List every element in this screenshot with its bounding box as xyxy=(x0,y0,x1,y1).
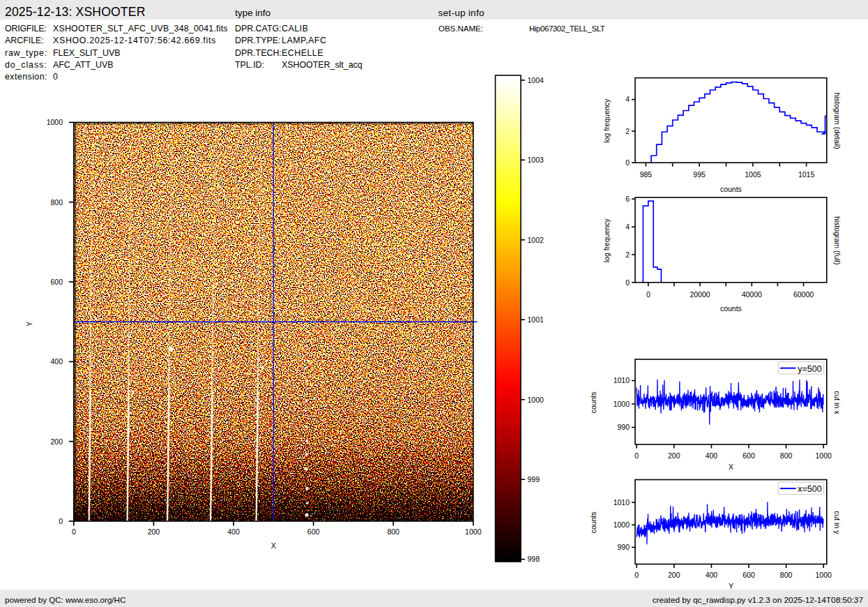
svg-text:1004: 1004 xyxy=(528,76,545,84)
svg-text:998: 998 xyxy=(528,555,540,563)
svg-text:cut in x: cut in x xyxy=(833,391,842,414)
svg-text:counts: counts xyxy=(720,185,742,193)
svg-text:Y: Y xyxy=(25,322,33,327)
svg-text:1003: 1003 xyxy=(528,156,545,164)
svg-text:800: 800 xyxy=(780,571,793,579)
svg-text:1010: 1010 xyxy=(614,498,630,507)
svg-text:1000: 1000 xyxy=(816,571,832,579)
svg-text:1000: 1000 xyxy=(614,400,630,408)
svg-text:60000: 60000 xyxy=(793,290,814,299)
svg-text:1002: 1002 xyxy=(528,236,545,244)
svg-text:0: 0 xyxy=(634,451,639,460)
svg-text:995: 995 xyxy=(693,170,706,179)
svg-text:1000: 1000 xyxy=(465,527,482,536)
svg-text:counts: counts xyxy=(589,391,597,413)
svg-text:counts: counts xyxy=(589,511,597,533)
svg-text:1000: 1000 xyxy=(614,520,630,529)
svg-text:0: 0 xyxy=(72,527,76,536)
svg-text:0: 0 xyxy=(59,517,63,525)
svg-text:Y: Y xyxy=(729,582,733,590)
svg-text:4: 4 xyxy=(625,95,630,103)
svg-text:20000: 20000 xyxy=(690,290,710,299)
svg-text:6: 6 xyxy=(625,195,630,203)
svg-text:cut in y: cut in y xyxy=(833,511,842,534)
svg-text:800: 800 xyxy=(387,527,399,536)
svg-text:400: 400 xyxy=(706,571,718,579)
svg-text:counts: counts xyxy=(720,304,742,313)
svg-text:x=500: x=500 xyxy=(798,484,821,494)
svg-text:2: 2 xyxy=(625,127,630,135)
svg-text:999: 999 xyxy=(528,475,540,484)
svg-text:0: 0 xyxy=(634,571,639,579)
svg-text:200: 200 xyxy=(148,527,160,536)
svg-text:0: 0 xyxy=(625,158,630,167)
svg-text:0: 0 xyxy=(646,290,650,299)
svg-text:1000: 1000 xyxy=(816,451,832,460)
svg-text:600: 600 xyxy=(743,571,755,579)
svg-text:2: 2 xyxy=(625,250,630,259)
svg-text:990: 990 xyxy=(617,423,630,431)
svg-text:800: 800 xyxy=(50,198,63,207)
svg-text:4: 4 xyxy=(625,223,630,231)
svg-text:0: 0 xyxy=(625,278,630,287)
svg-text:600: 600 xyxy=(307,527,320,536)
svg-text:200: 200 xyxy=(668,451,680,460)
svg-text:400: 400 xyxy=(50,357,63,366)
svg-text:histogram (detail): histogram (detail) xyxy=(833,93,842,149)
svg-text:1010: 1010 xyxy=(614,376,630,384)
svg-text:985: 985 xyxy=(640,170,653,179)
svg-text:600: 600 xyxy=(743,451,755,460)
svg-text:1005: 1005 xyxy=(745,170,761,179)
svg-text:X: X xyxy=(271,541,276,550)
svg-text:1001: 1001 xyxy=(528,315,545,324)
svg-text:40000: 40000 xyxy=(742,290,762,299)
svg-text:400: 400 xyxy=(706,451,718,460)
svg-text:1000: 1000 xyxy=(47,118,63,126)
svg-text:600: 600 xyxy=(50,278,63,286)
svg-text:y=500: y=500 xyxy=(798,364,821,374)
svg-text:800: 800 xyxy=(780,451,793,460)
svg-text:200: 200 xyxy=(50,437,63,446)
svg-text:1015: 1015 xyxy=(798,170,815,179)
svg-text:log frequency: log frequency xyxy=(602,218,611,262)
svg-text:400: 400 xyxy=(227,527,240,536)
svg-text:histogram (full): histogram (full) xyxy=(833,216,842,264)
svg-text:990: 990 xyxy=(617,543,630,551)
svg-text:200: 200 xyxy=(668,571,680,579)
svg-text:log frequency: log frequency xyxy=(602,98,611,143)
svg-text:1000: 1000 xyxy=(528,396,545,404)
svg-text:X: X xyxy=(729,463,733,471)
